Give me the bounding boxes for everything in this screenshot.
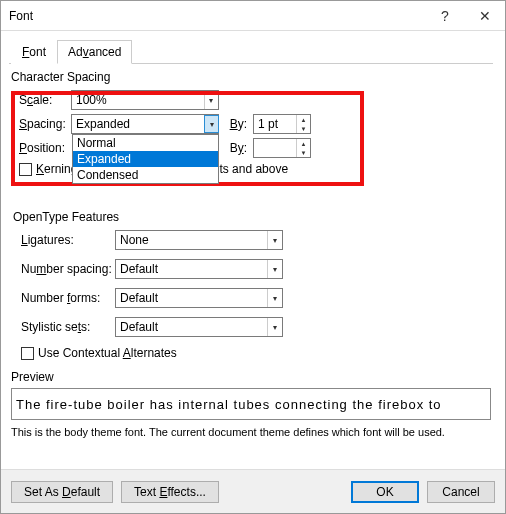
stylistic-label: Stylistic sets:	[11, 320, 115, 334]
scale-label: Scale:	[9, 93, 65, 107]
chevron-down-icon[interactable]: ▾	[267, 318, 282, 336]
chevron-down-icon[interactable]: ▾	[204, 91, 218, 109]
ok-button[interactable]: OK	[351, 481, 419, 503]
text-effects-button[interactable]: Text Effects...	[121, 481, 219, 503]
spacing-dropdown-list: Normal Expanded Condensed	[72, 134, 219, 184]
contextual-label: Use Contextual Alternates	[38, 346, 177, 360]
dialog-footer: Set As Default Text Effects... OK Cancel	[1, 469, 505, 513]
preview-box: The fire-tube boiler has internal tubes …	[11, 388, 491, 420]
close-button[interactable]: ✕	[465, 1, 505, 30]
position-label: Position:	[9, 141, 65, 155]
dialog-title: Font	[9, 9, 425, 23]
chevron-down-icon[interactable]: ▾	[267, 289, 282, 307]
numspacing-input[interactable]	[116, 260, 267, 278]
scale-input[interactable]	[72, 91, 204, 109]
spacing-by-input[interactable]	[254, 115, 296, 133]
stylistic-input[interactable]	[116, 318, 267, 336]
scale-combo[interactable]: ▾	[71, 90, 219, 110]
preview-text: The fire-tube boiler has internal tubes …	[16, 397, 442, 412]
ligatures-input[interactable]	[116, 231, 267, 249]
set-as-default-button[interactable]: Set As Default	[11, 481, 113, 503]
font-dialog: Font ? ✕ Font Advanced Character Spacing…	[0, 0, 506, 514]
tab-font[interactable]: Font	[11, 40, 57, 64]
character-spacing-title: Character Spacing	[11, 70, 493, 84]
spacing-input[interactable]	[72, 115, 204, 133]
spin-down-icon[interactable]: ▼	[297, 148, 310, 157]
chevron-down-icon[interactable]: ▾	[267, 231, 282, 249]
tab-advanced-pre: Ad	[68, 45, 83, 59]
tab-font-rest: ont	[29, 45, 46, 59]
numforms-combo[interactable]: ▾	[115, 288, 283, 308]
chevron-down-icon[interactable]: ▾	[204, 115, 219, 133]
numforms-input[interactable]	[116, 289, 267, 307]
spacing-option-condensed[interactable]: Condensed	[73, 167, 218, 183]
contextual-checkbox[interactable]	[21, 347, 34, 360]
spacing-label: Spacing:	[9, 117, 65, 131]
preview-note: This is the body theme font. The current…	[11, 426, 491, 438]
spacing-option-normal[interactable]: Normal	[73, 135, 218, 151]
numforms-label: Number forms:	[11, 291, 115, 305]
position-by-input[interactable]	[254, 139, 296, 157]
tab-advanced-post: anced	[89, 45, 122, 59]
tab-advanced[interactable]: Advanced	[57, 40, 132, 64]
close-icon: ✕	[479, 8, 491, 24]
ligatures-combo[interactable]: ▾	[115, 230, 283, 250]
numspacing-label: Number spacing:	[11, 262, 115, 276]
kerning-checkbox[interactable]	[19, 163, 32, 176]
spacing-by-label: By:	[225, 117, 247, 131]
numspacing-combo[interactable]: ▾	[115, 259, 283, 279]
position-by-label: By:	[225, 141, 247, 155]
spacing-by-spinner[interactable]: ▲▼	[253, 114, 311, 134]
cancel-button[interactable]: Cancel	[427, 481, 495, 503]
opentype-title: OpenType Features	[13, 210, 493, 224]
position-by-spinner[interactable]: ▲▼	[253, 138, 311, 158]
titlebar: Font ? ✕	[1, 1, 505, 31]
chevron-down-icon[interactable]: ▾	[267, 260, 282, 278]
tab-strip: Font Advanced	[9, 39, 493, 64]
help-button[interactable]: ?	[425, 1, 465, 30]
stylistic-combo[interactable]: ▾	[115, 317, 283, 337]
spin-up-icon[interactable]: ▲	[297, 115, 310, 124]
ligatures-label: Ligatures:	[11, 233, 115, 247]
spacing-option-expanded[interactable]: Expanded	[73, 151, 218, 167]
spin-down-icon[interactable]: ▼	[297, 124, 310, 133]
preview-title: Preview	[11, 370, 493, 384]
spacing-combo[interactable]: ▾ Normal Expanded Condensed	[71, 114, 219, 134]
spin-up-icon[interactable]: ▲	[297, 139, 310, 148]
